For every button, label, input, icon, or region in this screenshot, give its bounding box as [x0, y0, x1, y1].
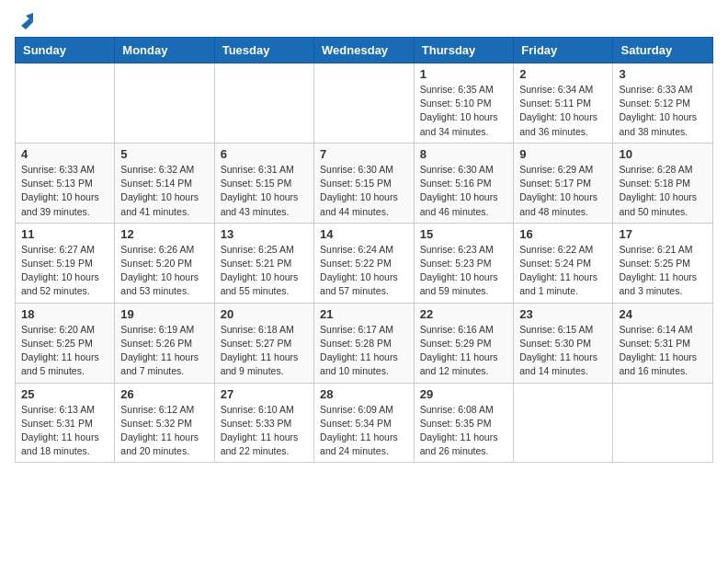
- day-number: 12: [120, 227, 208, 241]
- day-info: Sunrise: 6:16 AM Sunset: 5:29 PM Dayligh…: [420, 323, 508, 379]
- day-info: Sunrise: 6:23 AM Sunset: 5:23 PM Dayligh…: [420, 243, 508, 299]
- calendar-cell: [115, 63, 214, 144]
- day-info: Sunrise: 6:24 AM Sunset: 5:22 PM Dayligh…: [320, 243, 408, 299]
- calendar-cell: 17Sunrise: 6:21 AM Sunset: 5:25 PM Dayli…: [613, 223, 713, 303]
- day-info: Sunrise: 6:34 AM Sunset: 5:11 PM Dayligh…: [519, 83, 607, 139]
- day-number: 14: [320, 227, 408, 241]
- day-number: 1: [420, 67, 508, 81]
- calendar-cell: 25Sunrise: 6:13 AM Sunset: 5:31 PM Dayli…: [16, 383, 115, 463]
- day-number: 23: [519, 307, 607, 321]
- day-info: Sunrise: 6:12 AM Sunset: 5:32 PM Dayligh…: [120, 403, 208, 459]
- calendar-cell: 26Sunrise: 6:12 AM Sunset: 5:32 PM Dayli…: [115, 383, 214, 463]
- day-number: 4: [21, 147, 108, 161]
- weekday-header-thursday: Thursday: [414, 38, 514, 63]
- day-info: Sunrise: 6:31 AM Sunset: 5:15 PM Dayligh…: [221, 163, 308, 219]
- day-info: Sunrise: 6:14 AM Sunset: 5:31 PM Dayligh…: [619, 323, 707, 379]
- day-info: Sunrise: 6:27 AM Sunset: 5:19 PM Dayligh…: [21, 243, 108, 299]
- day-number: 20: [221, 307, 308, 321]
- calendar-cell: 3Sunrise: 6:33 AM Sunset: 5:12 PM Daylig…: [613, 63, 713, 144]
- calendar-cell: [613, 383, 713, 463]
- calendar-cell: 16Sunrise: 6:22 AM Sunset: 5:24 PM Dayli…: [514, 223, 613, 303]
- day-info: Sunrise: 6:19 AM Sunset: 5:26 PM Dayligh…: [120, 323, 208, 379]
- day-info: Sunrise: 6:08 AM Sunset: 5:35 PM Dayligh…: [420, 403, 508, 459]
- day-number: 13: [221, 227, 308, 241]
- calendar-cell: 7Sunrise: 6:30 AM Sunset: 5:15 PM Daylig…: [314, 143, 415, 223]
- calendar-cell: [314, 63, 415, 144]
- day-number: 11: [21, 227, 108, 241]
- calendar-cell: 24Sunrise: 6:14 AM Sunset: 5:31 PM Dayli…: [613, 303, 713, 383]
- logo-bird-icon: [17, 13, 33, 29]
- calendar-cell: 29Sunrise: 6:08 AM Sunset: 5:35 PM Dayli…: [414, 383, 514, 463]
- weekday-header-saturday: Saturday: [613, 38, 713, 63]
- weekday-header-monday: Monday: [115, 38, 214, 63]
- calendar-cell: 10Sunrise: 6:28 AM Sunset: 5:18 PM Dayli…: [613, 143, 713, 223]
- day-number: 16: [519, 227, 607, 241]
- calendar-cell: 21Sunrise: 6:17 AM Sunset: 5:28 PM Dayli…: [314, 303, 415, 383]
- calendar-cell: 19Sunrise: 6:19 AM Sunset: 5:26 PM Dayli…: [115, 303, 214, 383]
- day-info: Sunrise: 6:10 AM Sunset: 5:33 PM Dayligh…: [221, 403, 308, 459]
- day-number: 3: [619, 67, 707, 81]
- calendar-cell: 2Sunrise: 6:34 AM Sunset: 5:11 PM Daylig…: [514, 63, 613, 144]
- day-number: 28: [320, 387, 408, 401]
- day-number: 9: [519, 147, 607, 161]
- week-row-5: 25Sunrise: 6:13 AM Sunset: 5:31 PM Dayli…: [16, 383, 713, 463]
- weekday-header-row: SundayMondayTuesdayWednesdayThursdayFrid…: [16, 38, 713, 63]
- calendar-cell: [514, 383, 613, 463]
- day-number: 19: [120, 307, 208, 321]
- calendar-cell: 13Sunrise: 6:25 AM Sunset: 5:21 PM Dayli…: [214, 223, 313, 303]
- day-number: 21: [320, 307, 408, 321]
- day-number: 6: [221, 147, 308, 161]
- day-number: 29: [420, 387, 508, 401]
- day-info: Sunrise: 6:13 AM Sunset: 5:31 PM Dayligh…: [21, 403, 108, 459]
- day-info: Sunrise: 6:18 AM Sunset: 5:27 PM Dayligh…: [221, 323, 308, 379]
- week-row-4: 18Sunrise: 6:20 AM Sunset: 5:25 PM Dayli…: [16, 303, 713, 383]
- logo: [15, 15, 33, 29]
- day-number: 17: [619, 227, 707, 241]
- day-number: 18: [21, 307, 108, 321]
- calendar-cell: 11Sunrise: 6:27 AM Sunset: 5:19 PM Dayli…: [16, 223, 115, 303]
- day-info: Sunrise: 6:28 AM Sunset: 5:18 PM Dayligh…: [619, 163, 707, 219]
- day-number: 2: [519, 67, 607, 81]
- day-number: 15: [420, 227, 508, 241]
- day-number: 8: [420, 147, 508, 161]
- day-info: Sunrise: 6:30 AM Sunset: 5:16 PM Dayligh…: [420, 163, 508, 219]
- day-info: Sunrise: 6:29 AM Sunset: 5:17 PM Dayligh…: [519, 163, 607, 219]
- calendar-cell: 15Sunrise: 6:23 AM Sunset: 5:23 PM Dayli…: [414, 223, 514, 303]
- calendar-cell: [16, 63, 115, 144]
- calendar-cell: 12Sunrise: 6:26 AM Sunset: 5:20 PM Dayli…: [115, 223, 214, 303]
- calendar-cell: 20Sunrise: 6:18 AM Sunset: 5:27 PM Dayli…: [214, 303, 313, 383]
- calendar-cell: 1Sunrise: 6:35 AM Sunset: 5:10 PM Daylig…: [414, 63, 514, 144]
- calendar-cell: 8Sunrise: 6:30 AM Sunset: 5:16 PM Daylig…: [414, 143, 514, 223]
- day-info: Sunrise: 6:22 AM Sunset: 5:24 PM Dayligh…: [519, 243, 607, 299]
- day-number: 26: [120, 387, 208, 401]
- calendar-cell: 23Sunrise: 6:15 AM Sunset: 5:30 PM Dayli…: [514, 303, 613, 383]
- calendar-cell: 6Sunrise: 6:31 AM Sunset: 5:15 PM Daylig…: [214, 143, 313, 223]
- day-number: 22: [420, 307, 508, 321]
- day-info: Sunrise: 6:33 AM Sunset: 5:12 PM Dayligh…: [619, 83, 707, 139]
- week-row-2: 4Sunrise: 6:33 AM Sunset: 5:13 PM Daylig…: [16, 143, 713, 223]
- weekday-header-tuesday: Tuesday: [214, 38, 313, 63]
- calendar-cell: [214, 63, 313, 144]
- day-info: Sunrise: 6:17 AM Sunset: 5:28 PM Dayligh…: [320, 323, 408, 379]
- day-info: Sunrise: 6:33 AM Sunset: 5:13 PM Dayligh…: [21, 163, 108, 219]
- weekday-header-sunday: Sunday: [16, 38, 115, 63]
- week-row-1: 1Sunrise: 6:35 AM Sunset: 5:10 PM Daylig…: [16, 63, 713, 144]
- calendar-cell: 5Sunrise: 6:32 AM Sunset: 5:14 PM Daylig…: [115, 143, 214, 223]
- day-info: Sunrise: 6:30 AM Sunset: 5:15 PM Dayligh…: [320, 163, 408, 219]
- day-number: 27: [221, 387, 308, 401]
- calendar-cell: 28Sunrise: 6:09 AM Sunset: 5:34 PM Dayli…: [314, 383, 415, 463]
- calendar-cell: 9Sunrise: 6:29 AM Sunset: 5:17 PM Daylig…: [514, 143, 613, 223]
- calendar-cell: 27Sunrise: 6:10 AM Sunset: 5:33 PM Dayli…: [214, 383, 313, 463]
- day-info: Sunrise: 6:20 AM Sunset: 5:25 PM Dayligh…: [21, 323, 108, 379]
- day-info: Sunrise: 6:09 AM Sunset: 5:34 PM Dayligh…: [320, 403, 408, 459]
- day-info: Sunrise: 6:26 AM Sunset: 5:20 PM Dayligh…: [120, 243, 208, 299]
- calendar-cell: 22Sunrise: 6:16 AM Sunset: 5:29 PM Dayli…: [414, 303, 514, 383]
- week-row-3: 11Sunrise: 6:27 AM Sunset: 5:19 PM Dayli…: [16, 223, 713, 303]
- page-header: [15, 15, 713, 29]
- calendar-table: SundayMondayTuesdayWednesdayThursdayFrid…: [15, 37, 713, 463]
- day-info: Sunrise: 6:21 AM Sunset: 5:25 PM Dayligh…: [619, 243, 707, 299]
- day-number: 10: [619, 147, 707, 161]
- weekday-header-wednesday: Wednesday: [314, 38, 415, 63]
- day-info: Sunrise: 6:35 AM Sunset: 5:10 PM Dayligh…: [420, 83, 508, 139]
- weekday-header-friday: Friday: [514, 38, 613, 63]
